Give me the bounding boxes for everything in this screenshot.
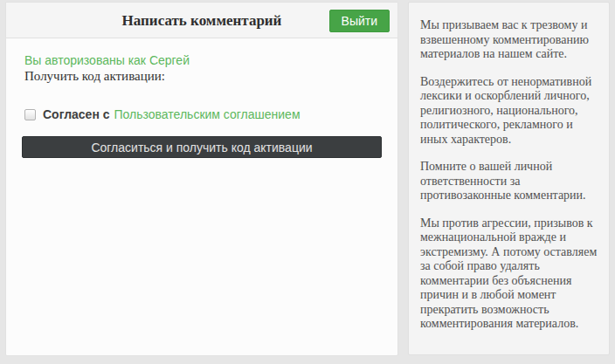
submit-button[interactable]: Согласиться и получить код активации — [22, 136, 382, 158]
auth-status-text: Вы авторизованы как Сергей — [24, 53, 384, 68]
rules-paragraph: Помните о вашей личной ответственности з… — [420, 160, 598, 203]
rules-paragraph: Мы призываем вас к трезвому и взвешенном… — [420, 18, 598, 62]
agreement-row: Согласен с Пользовательским соглашением — [24, 107, 384, 121]
panel-header: Написать комментарий Выйти — [6, 3, 397, 38]
panel-body: Вы авторизованы как Сергей Получить код … — [6, 38, 397, 158]
agree-label: Согласен с — [43, 107, 110, 121]
user-agreement-link[interactable]: Пользовательским соглашением — [114, 107, 301, 121]
rules-paragraph: Воздержитесь от ненормативной лексики и … — [420, 75, 598, 148]
logout-button[interactable]: Выйти — [329, 10, 390, 32]
comment-form-panel: Написать комментарий Выйти Вы авторизова… — [5, 2, 398, 356]
rules-paragraph: Мы против агрессии, призывов к межнацион… — [420, 216, 598, 332]
get-code-label: Получить код активации: — [24, 68, 384, 84]
agree-checkbox[interactable] — [24, 109, 36, 120]
rules-panel: Мы призываем вас к трезвому и взвешенном… — [408, 2, 610, 355]
